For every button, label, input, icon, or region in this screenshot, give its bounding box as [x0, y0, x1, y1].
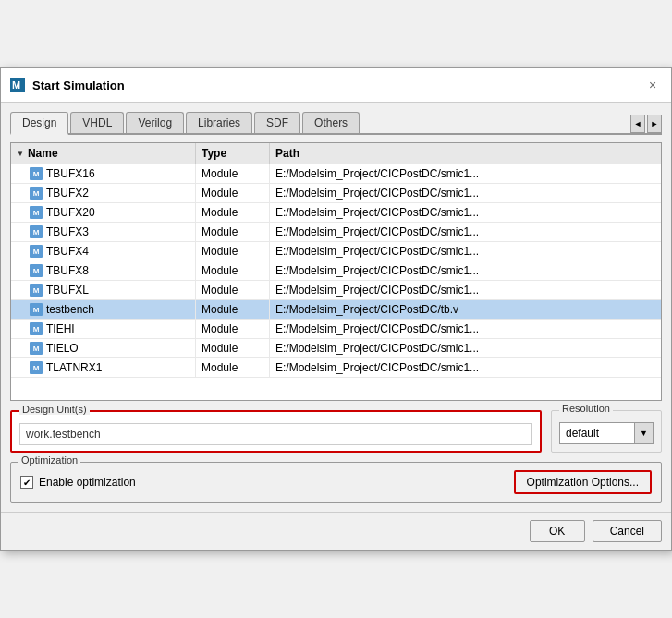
col-path-label: Path	[275, 147, 299, 160]
tab-scroll-buttons: ◄ ►	[630, 115, 662, 133]
col-name-label: Name	[28, 147, 58, 160]
tab-sdf[interactable]: SDF	[254, 112, 300, 133]
close-button[interactable]: ×	[643, 76, 662, 94]
resolution-label: Resolution	[559, 403, 613, 414]
cancel-button[interactable]: Cancel	[593, 520, 662, 542]
tab-scroll-right[interactable]: ►	[647, 115, 662, 133]
optimization-checkbox-label: Enable optimization	[39, 476, 136, 489]
module-icon: M	[30, 167, 43, 180]
resolution-dropdown-arrow[interactable]: ▼	[634, 423, 653, 443]
row-type-cell: Module	[196, 242, 270, 261]
module-icon: M	[30, 342, 43, 355]
design-unit-label: Design Unit(s)	[19, 404, 90, 415]
design-unit-box: Design Unit(s)	[10, 410, 542, 453]
tab-bar: Design VHDL Verilog Libraries SDF Others…	[10, 112, 662, 135]
row-name-cell: M TBUFX2	[11, 184, 196, 202]
module-icon: M	[30, 322, 43, 335]
table-body: M TBUFX16 Module E:/Modelsim_Project/CIC…	[11, 164, 661, 378]
row-name-cell: M TBUFX8	[11, 261, 196, 280]
row-type-cell: Module	[196, 203, 270, 222]
design-table[interactable]: ▼ Name Type Path M TBUFX16 Module E:/Mod…	[10, 142, 662, 401]
dialog-footer: OK Cancel	[1, 512, 671, 550]
optimization-checkbox[interactable]: ✔	[20, 476, 33, 489]
row-path-cell: E:/Modelsim_Project/CICPostDC/smic1...	[270, 281, 661, 299]
table-row[interactable]: M TIEHI Module E:/Modelsim_Project/CICPo…	[11, 320, 661, 339]
row-name: TBUFX16	[46, 167, 95, 180]
row-name: TIEHI	[46, 322, 75, 335]
col-type: Type	[196, 143, 270, 164]
row-name: TBUFXL	[46, 284, 89, 297]
tab-verilog[interactable]: Verilog	[126, 112, 184, 133]
table-row[interactable]: M TLATNRX1 Module E:/Modelsim_Project/CI…	[11, 358, 661, 378]
start-simulation-dialog: M Start Simulation × Design VHDL Verilog…	[0, 67, 672, 551]
row-path-cell: E:/Modelsim_Project/CICPostDC/smic1...	[270, 184, 661, 202]
tab-others[interactable]: Others	[302, 112, 360, 133]
row-path-cell: E:/Modelsim_Project/CICPostDC/smic1...	[270, 164, 661, 183]
module-icon: M	[30, 225, 43, 238]
sort-icon: ▼	[17, 150, 24, 158]
title-bar-left: M Start Simulation	[10, 78, 125, 92]
enable-optimization-row[interactable]: ✔ Enable optimization	[20, 476, 136, 489]
row-type-cell: Module	[196, 261, 270, 280]
design-unit-input[interactable]	[19, 423, 532, 445]
optimization-label: Optimization	[18, 454, 80, 466]
resolution-box: Resolution default ▼	[551, 410, 662, 453]
table-row[interactable]: M TBUFX8 Module E:/Modelsim_Project/CICP…	[11, 261, 661, 281]
row-path-cell: E:/Modelsim_Project/CICPostDC/smic1...	[270, 203, 661, 222]
app-icon: M	[10, 78, 25, 92]
table-row[interactable]: M TBUFX4 Module E:/Modelsim_Project/CICP…	[11, 242, 661, 261]
row-path-cell: E:/Modelsim_Project/CICPostDC/smic1...	[270, 339, 661, 357]
row-type-cell: Module	[196, 339, 270, 357]
row-path-cell: E:/Modelsim_Project/CICPostDC/smic1...	[270, 320, 661, 338]
section-group: Design Unit(s) Resolution default ▼	[10, 410, 662, 453]
row-name: TBUFX3	[46, 225, 89, 238]
col-path: Path	[270, 143, 661, 164]
tab-libraries[interactable]: Libraries	[186, 112, 252, 133]
row-name: TBUFX4	[46, 245, 89, 258]
table-row[interactable]: M TBUFX20 Module E:/Modelsim_Project/CIC…	[11, 203, 661, 223]
row-name-cell: M TBUFX16	[11, 164, 196, 183]
dialog-title: Start Simulation	[32, 79, 125, 92]
row-name-cell: M TBUFX4	[11, 242, 196, 261]
module-icon: M	[30, 361, 43, 374]
row-name: TBUFX20	[46, 206, 95, 219]
ok-button[interactable]: OK	[530, 520, 585, 542]
row-name: TBUFX2	[46, 187, 89, 200]
row-name-cell: M TBUFXL	[11, 281, 196, 299]
tab-design[interactable]: Design	[10, 112, 68, 135]
title-bar: M Start Simulation ×	[1, 68, 671, 103]
table-row[interactable]: M testbench Module E:/Modelsim_Project/C…	[11, 300, 661, 320]
row-name-cell: M TIELO	[11, 339, 196, 357]
row-type-cell: Module	[196, 184, 270, 202]
tab-vhdl[interactable]: VHDL	[70, 112, 124, 133]
tab-scroll-left[interactable]: ◄	[630, 115, 645, 133]
row-name: TLATNRX1	[46, 361, 102, 374]
row-name: TIELO	[46, 342, 79, 355]
row-name-cell: M TLATNRX1	[11, 358, 196, 377]
resolution-select[interactable]: default ▼	[559, 422, 654, 444]
table-row[interactable]: M TBUFX16 Module E:/Modelsim_Project/CIC…	[11, 164, 661, 184]
optimization-options-button[interactable]: Optimization Options...	[514, 470, 652, 494]
row-type-cell: Module	[196, 300, 270, 319]
module-icon: M	[30, 187, 43, 200]
row-name-cell: M TBUFX3	[11, 223, 196, 241]
row-type-cell: Module	[196, 223, 270, 241]
table-row[interactable]: M TBUFX2 Module E:/Modelsim_Project/CICP…	[11, 184, 661, 203]
svg-text:M: M	[12, 79, 20, 91]
table-row[interactable]: M TBUFX3 Module E:/Modelsim_Project/CICP…	[11, 223, 661, 242]
col-type-label: Type	[202, 147, 226, 160]
optimization-box: Optimization ✔ Enable optimization Optim…	[10, 462, 662, 503]
table-row[interactable]: M TBUFXL Module E:/Modelsim_Project/CICP…	[11, 281, 661, 300]
row-path-cell: E:/Modelsim_Project/CICPostDC/smic1...	[270, 261, 661, 280]
module-icon: M	[30, 206, 43, 219]
row-type-cell: Module	[196, 320, 270, 338]
table-row[interactable]: M TIELO Module E:/Modelsim_Project/CICPo…	[11, 339, 661, 358]
row-name: testbench	[46, 303, 94, 316]
row-path-cell: E:/Modelsim_Project/CICPostDC/smic1...	[270, 242, 661, 261]
table-header: ▼ Name Type Path	[11, 143, 661, 164]
row-path-cell: E:/Modelsim_Project/CICPostDC/smic1...	[270, 358, 661, 377]
module-icon: M	[30, 245, 43, 258]
row-path-cell: E:/Modelsim_Project/CICPostDC/tb.v	[270, 300, 661, 319]
row-type-cell: Module	[196, 358, 270, 377]
row-type-cell: Module	[196, 164, 270, 183]
